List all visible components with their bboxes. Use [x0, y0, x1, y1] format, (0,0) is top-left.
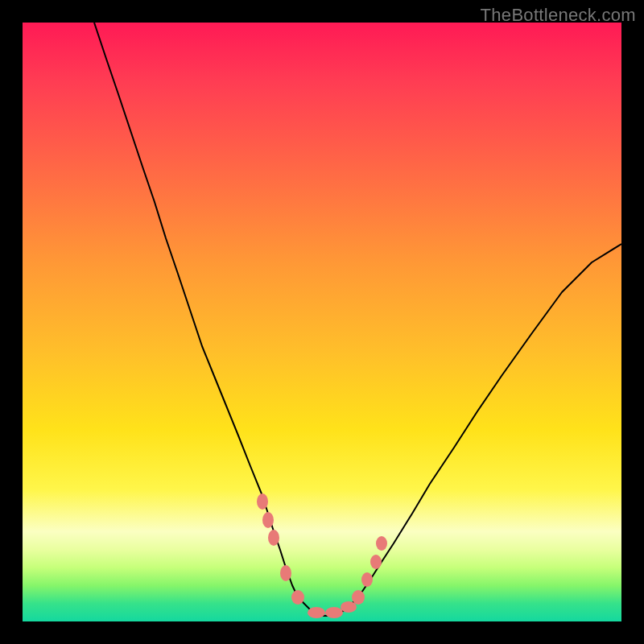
marker-dot: [370, 555, 382, 569]
marker-dot: [280, 565, 291, 581]
chart-frame: TheBottleneck.com: [0, 0, 644, 644]
marker-group: [257, 493, 387, 618]
marker-dot: [308, 607, 325, 618]
bottleneck-curve: [94, 23, 621, 616]
marker-dot: [361, 572, 373, 587]
marker-dot: [325, 607, 343, 618]
marker-dot: [352, 590, 365, 605]
watermark-text: TheBottleneck.com: [481, 5, 636, 26]
marker-dot: [341, 601, 357, 613]
marker-dot: [257, 493, 268, 510]
curve-svg: [23, 23, 621, 621]
marker-dot: [376, 536, 387, 551]
plot-area: [23, 23, 621, 621]
marker-dot: [262, 512, 274, 528]
marker-dot: [291, 590, 304, 605]
marker-dot: [268, 530, 279, 546]
